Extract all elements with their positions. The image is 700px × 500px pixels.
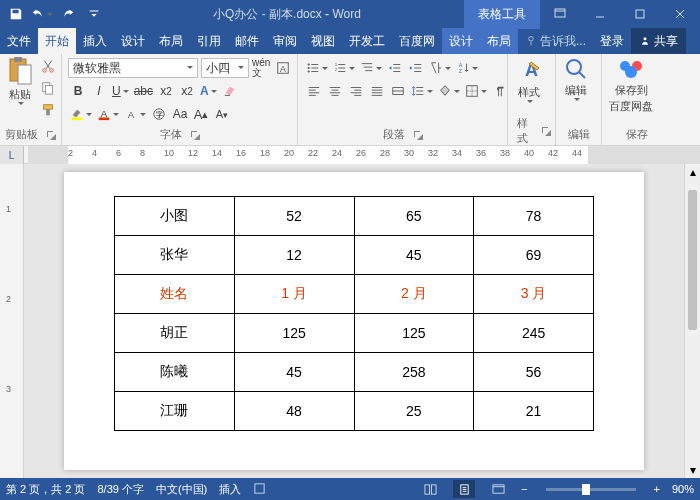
superscript-icon[interactable]: x2: [177, 81, 197, 101]
table-row[interactable]: 江珊482521: [115, 392, 594, 431]
view-print-icon[interactable]: [453, 480, 475, 498]
tab-mailings[interactable]: 邮件: [228, 28, 266, 54]
status-language[interactable]: 中文(中国): [156, 482, 207, 497]
styles-button[interactable]: A 样式: [512, 56, 546, 115]
show-marks-icon[interactable]: [490, 81, 510, 101]
ruler-vertical[interactable]: 123: [0, 164, 24, 478]
tab-table-design[interactable]: 设计: [442, 28, 480, 54]
status-page[interactable]: 第 2 页，共 2 页: [6, 482, 85, 497]
paste-button[interactable]: 粘贴: [4, 56, 36, 117]
distribute-icon[interactable]: [388, 81, 408, 101]
table-cell[interactable]: 52: [234, 197, 354, 236]
justify-icon[interactable]: [367, 81, 387, 101]
ruler-horizontal[interactable]: L 24681012141618202224262830323436384042…: [0, 146, 700, 164]
asian-layout-icon[interactable]: [427, 58, 453, 78]
tab-layout[interactable]: 布局: [152, 28, 190, 54]
italic-icon[interactable]: I: [89, 81, 109, 101]
tab-table-layout[interactable]: 布局: [480, 28, 518, 54]
status-insert-mode[interactable]: 插入: [219, 482, 241, 497]
minimize-icon[interactable]: [580, 0, 620, 28]
close-icon[interactable]: [660, 0, 700, 28]
editing-button[interactable]: 编辑: [560, 56, 592, 113]
scroll-thumb[interactable]: [688, 190, 697, 330]
font-dialog-launcher[interactable]: [190, 130, 200, 140]
document-table[interactable]: 小图526578张华124569姓名1 月2 月3 月胡正125125245陈曦…: [114, 196, 594, 431]
table-cell[interactable]: 45: [234, 353, 354, 392]
clipboard-dialog-launcher[interactable]: [46, 130, 56, 140]
table-cell[interactable]: 3 月: [474, 275, 594, 314]
tab-developer[interactable]: 开发工: [342, 28, 392, 54]
maximize-icon[interactable]: [620, 0, 660, 28]
font-color-icon[interactable]: A: [95, 104, 121, 124]
table-cell[interactable]: 2 月: [354, 275, 474, 314]
table-cell[interactable]: 12: [234, 236, 354, 275]
table-cell[interactable]: 1 月: [234, 275, 354, 314]
text-effects-icon[interactable]: A: [198, 81, 219, 101]
table-cell[interactable]: 245: [474, 314, 594, 353]
share-button[interactable]: 共享: [631, 28, 686, 54]
tab-references[interactable]: 引用: [190, 28, 228, 54]
view-read-icon[interactable]: [419, 480, 441, 498]
table-row[interactable]: 陈曦4525856: [115, 353, 594, 392]
qat-customize-icon[interactable]: [82, 2, 106, 26]
table-cell[interactable]: 江珊: [115, 392, 235, 431]
bullets-icon[interactable]: [304, 58, 330, 78]
table-cell[interactable]: 48: [234, 392, 354, 431]
change-case-icon[interactable]: Aa: [170, 104, 190, 124]
multilevel-list-icon[interactable]: [358, 58, 384, 78]
table-cell[interactable]: 78: [474, 197, 594, 236]
ribbon-display-icon[interactable]: [540, 0, 580, 28]
char-shading-icon[interactable]: A: [122, 104, 148, 124]
strikethrough-icon[interactable]: abc: [132, 81, 155, 101]
grow-font-icon[interactable]: A▴: [191, 104, 211, 124]
table-cell[interactable]: 陈曦: [115, 353, 235, 392]
view-web-icon[interactable]: [487, 480, 509, 498]
decrease-indent-icon[interactable]: [385, 58, 405, 78]
enclose-char-icon[interactable]: 字: [149, 104, 169, 124]
table-cell[interactable]: 小图: [115, 197, 235, 236]
scrollbar-vertical[interactable]: ▴ ▾: [684, 164, 700, 478]
zoom-in-icon[interactable]: +: [654, 483, 660, 495]
cut-icon[interactable]: [38, 56, 58, 76]
tab-design[interactable]: 设计: [114, 28, 152, 54]
zoom-slider[interactable]: [546, 488, 636, 491]
tab-home[interactable]: 开始: [38, 28, 76, 54]
numbering-icon[interactable]: 12: [331, 58, 357, 78]
tab-file[interactable]: 文件: [0, 28, 38, 54]
character-border-icon[interactable]: A: [273, 58, 293, 78]
tab-insert[interactable]: 插入: [76, 28, 114, 54]
increase-indent-icon[interactable]: [406, 58, 426, 78]
font-name-combo[interactable]: 微软雅黑: [68, 58, 198, 78]
shading-icon[interactable]: [436, 81, 462, 101]
borders-icon[interactable]: [463, 81, 489, 101]
font-size-combo[interactable]: 小四: [201, 58, 249, 78]
highlight-icon[interactable]: [68, 104, 94, 124]
table-cell[interactable]: 胡正: [115, 314, 235, 353]
save-icon[interactable]: [4, 2, 28, 26]
baidu-save-button[interactable]: 保存到百度网盘: [606, 56, 656, 114]
table-cell[interactable]: 21: [474, 392, 594, 431]
phonetic-guide-icon[interactable]: wén文: [250, 58, 272, 78]
tab-review[interactable]: 审阅: [266, 28, 304, 54]
redo-icon[interactable]: [56, 2, 80, 26]
status-words[interactable]: 8/39 个字: [97, 482, 143, 497]
align-center-icon[interactable]: [325, 81, 345, 101]
zoom-level[interactable]: 90%: [672, 483, 694, 495]
table-cell[interactable]: 25: [354, 392, 474, 431]
table-cell[interactable]: 姓名: [115, 275, 235, 314]
table-cell[interactable]: 张华: [115, 236, 235, 275]
tab-selector[interactable]: L: [0, 146, 24, 164]
subscript-icon[interactable]: x2: [156, 81, 176, 101]
scroll-down-icon[interactable]: ▾: [685, 462, 700, 478]
undo-icon[interactable]: [30, 2, 54, 26]
table-cell[interactable]: 258: [354, 353, 474, 392]
login-button[interactable]: 登录: [593, 28, 631, 54]
bold-icon[interactable]: B: [68, 81, 88, 101]
tab-view[interactable]: 视图: [304, 28, 342, 54]
table-cell[interactable]: 125: [234, 314, 354, 353]
paragraph-dialog-launcher[interactable]: [413, 130, 423, 140]
align-right-icon[interactable]: [346, 81, 366, 101]
tell-me[interactable]: 告诉我...: [518, 28, 593, 54]
table-row[interactable]: 张华124569: [115, 236, 594, 275]
sort-icon[interactable]: AZ: [454, 58, 480, 78]
